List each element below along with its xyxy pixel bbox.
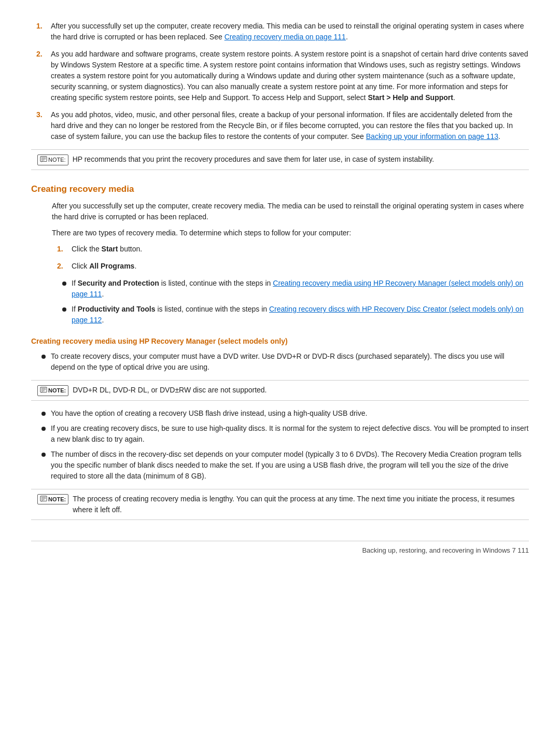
section2-bullet-4-content: The number of discs in the recovery-disc…	[51, 449, 529, 482]
step2-content: Click All Programs.	[72, 261, 529, 272]
section1-bullets: If Security and Protection is listed, co…	[62, 278, 529, 326]
bullet-dot-s2-1	[41, 351, 51, 373]
note-label-text-3: NOTE:	[48, 495, 66, 504]
link-creating-recovery-media-111[interactable]: Creating recovery media on page 111	[225, 33, 346, 41]
bullet-dot-s2-2	[41, 408, 51, 419]
step2-num: 2.	[57, 261, 72, 272]
note-box-2: NOTE: DVD+R DL, DVD-R DL, or DVD±RW disc…	[31, 380, 529, 401]
section2-bullets2: You have the option of creating a recove…	[41, 408, 529, 482]
note-svg-icon-2	[40, 387, 47, 394]
section2-bullet-1: To create recovery discs, your computer …	[41, 351, 529, 373]
intro-list-item-1: 1. After you successfully set up the com…	[31, 21, 529, 43]
note-label-text-1: NOTE:	[48, 156, 66, 164]
section1-step-1: 1. Click the Start button.	[52, 244, 529, 255]
note-content-1: HP recommends that you print the recover…	[73, 154, 434, 165]
list-num-2: 2.	[36, 49, 51, 103]
intro-numbered-list: 1. After you successfully set up the com…	[31, 21, 529, 142]
section1-bullet-1: If Security and Protection is listed, co…	[62, 278, 529, 300]
list-content-1: After you successfully set up the comput…	[51, 21, 529, 43]
section1-step-2: 2. Click All Programs.	[52, 261, 529, 272]
section1-para2: There are two types of recovery media. T…	[52, 228, 529, 238]
step1-content: Click the Start button.	[72, 244, 529, 255]
bullet-dot-1	[62, 278, 72, 300]
list-content-3: As you add photos, video, music, and oth…	[51, 109, 529, 142]
bullet-dot-s2-4	[41, 449, 51, 482]
list-content-2: As you add hardware and software program…	[51, 49, 529, 103]
section2-bullet-2-content: You have the option of creating a recove…	[51, 408, 529, 419]
intro-list-item-2: 2. As you add hardware and software prog…	[31, 49, 529, 103]
section2-bullet-1-content: To create recovery discs, your computer …	[51, 351, 529, 373]
bold-security-protection: Security and Protection	[78, 279, 159, 287]
section1-bullet-2: If Productivity and Tools is listed, con…	[62, 304, 529, 326]
note-svg-icon-1	[40, 156, 47, 163]
section1-steps: 1. Click the Start button. 2. Click All …	[52, 244, 529, 272]
bullet-dot-s2-3	[41, 423, 51, 445]
section1-bullet-2-content: If Productivity and Tools is listed, con…	[72, 304, 529, 326]
note-box-1: NOTE: HP recommends that you print the r…	[31, 149, 529, 170]
bullet-circle-1	[62, 282, 66, 286]
page-footer: Backing up, restoring, and recovering in…	[31, 541, 529, 556]
note-icon-2: NOTE:	[37, 385, 68, 396]
list-num-3: 3.	[36, 109, 51, 142]
note-content-3: The process of creating recovery media i…	[73, 494, 523, 515]
link-backing-up-info-113[interactable]: Backing up your information on page 113	[366, 132, 498, 140]
bold-start-help: Start > Help and Support	[368, 93, 453, 102]
section1-body: After you successfully set up the comput…	[31, 201, 529, 326]
bullet-dot-2	[62, 304, 72, 326]
bullet-circle-s2-3	[41, 427, 46, 431]
bullet-circle-2	[62, 307, 66, 312]
bullet-circle-s2-4	[41, 453, 46, 457]
section2-bullets1: To create recovery discs, your computer …	[41, 351, 529, 373]
bullet-circle-s2-2	[41, 412, 46, 416]
step1-num: 1.	[57, 244, 72, 255]
list-num-1: 1.	[36, 21, 51, 43]
note-box-3: NOTE: The process of creating recovery m…	[31, 489, 529, 520]
bold-productivity-tools: Productivity and Tools	[78, 305, 156, 313]
section1-bullet-1-content: If Security and Protection is listed, co…	[72, 278, 529, 300]
footer-text: Backing up, restoring, and recovering in…	[362, 545, 529, 556]
note-icon-3: NOTE:	[37, 494, 68, 505]
section2-bullet-2: You have the option of creating a recove…	[41, 408, 529, 419]
intro-list-item-3: 3. As you add photos, video, music, and …	[31, 109, 529, 142]
section2-bullet-4: The number of discs in the recovery-disc…	[41, 449, 529, 482]
section2-bullet-3: If you are creating recovery discs, be s…	[41, 423, 529, 445]
note-content-2: DVD+R DL, DVD-R DL, or DVD±RW disc are n…	[73, 385, 267, 396]
note-icon-1: NOTE:	[37, 154, 68, 165]
section1-title: Creating recovery media	[31, 182, 529, 196]
section2-title: Creating recovery media using HP Recover…	[31, 336, 529, 347]
bold-start: Start	[102, 245, 118, 253]
section2-bullet-3-content: If you are creating recovery discs, be s…	[51, 423, 529, 445]
note-svg-icon-3	[40, 496, 47, 503]
section1-para1: After you successfully set up the comput…	[52, 201, 529, 222]
bullet-circle-s2-1	[41, 355, 46, 359]
bold-all-programs: All Programs	[89, 262, 134, 270]
note-label-text-2: NOTE:	[48, 386, 66, 395]
